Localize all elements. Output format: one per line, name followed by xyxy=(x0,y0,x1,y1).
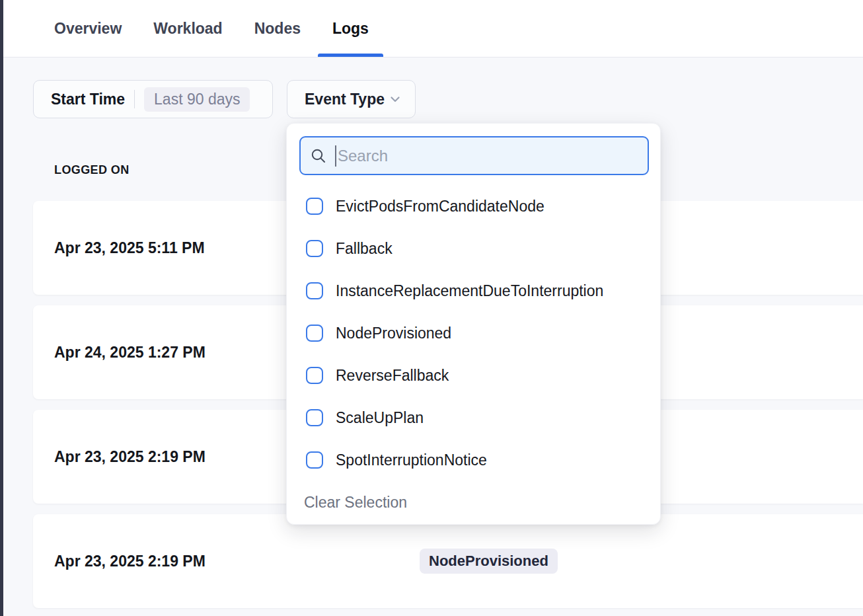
tab-bar: Overview Workload Nodes Logs xyxy=(3,0,863,58)
checkbox-unchecked[interactable] xyxy=(306,198,323,215)
tab-workload[interactable]: Workload xyxy=(153,0,222,57)
clear-selection-link[interactable]: Clear Selection xyxy=(304,494,407,512)
logged-on-value: Apr 23, 2025 5:11 PM xyxy=(54,239,205,257)
chevron-down-icon xyxy=(389,93,402,106)
start-time-label: Start Time xyxy=(51,91,125,108)
checkbox-unchecked[interactable] xyxy=(306,409,323,426)
text-caret xyxy=(335,145,336,167)
option-label: SpotInterruptionNotice xyxy=(336,451,487,469)
option-label: ReverseFallback xyxy=(336,367,449,385)
search-input[interactable] xyxy=(338,147,638,165)
divider xyxy=(134,90,135,108)
sidebar-edge-strip xyxy=(0,0,3,616)
event-type-label: Event Type xyxy=(305,91,385,108)
option-label: Fallback xyxy=(336,240,393,258)
tab-nodes[interactable]: Nodes xyxy=(254,0,301,57)
start-time-value-pill: Last 90 days xyxy=(144,87,250,112)
start-time-filter-button[interactable]: Start Time Last 90 days xyxy=(33,80,273,118)
option-reversefallback[interactable]: ReverseFallback xyxy=(287,354,660,397)
option-spotinterruptionnotice[interactable]: SpotInterruptionNotice xyxy=(287,439,660,481)
option-label: NodeProvisioned xyxy=(336,325,451,342)
checkbox-unchecked[interactable] xyxy=(306,325,323,342)
dropdown-search-box[interactable] xyxy=(299,136,649,175)
checkbox-unchecked[interactable] xyxy=(306,367,323,384)
event-type-badge: NodeProvisioned xyxy=(420,549,558,574)
logged-on-value: Apr 23, 2025 2:19 PM xyxy=(54,448,206,466)
tab-logs[interactable]: Logs xyxy=(332,0,369,57)
logged-on-value: Apr 23, 2025 2:19 PM xyxy=(54,553,206,570)
tabs-nav: Overview Workload Nodes Logs xyxy=(54,0,369,57)
option-evictpodsfromcandidatenode[interactable]: EvictPodsFromCandidateNode xyxy=(287,185,660,227)
logged-on-value: Apr 24, 2025 1:27 PM xyxy=(54,344,206,362)
checkbox-unchecked[interactable] xyxy=(306,240,323,257)
checkbox-unchecked[interactable] xyxy=(306,282,323,299)
event-type-dropdown: EvictPodsFromCandidateNode Fallback Inst… xyxy=(286,123,661,525)
option-instancereplacementduetointerruption[interactable]: InstanceReplacementDueToInterruption xyxy=(287,270,660,312)
event-type-filter-button[interactable]: Event Type xyxy=(287,80,416,118)
option-fallback[interactable]: Fallback xyxy=(287,227,660,270)
tab-overview[interactable]: Overview xyxy=(54,0,122,57)
column-header-logged-on: LOGGED ON xyxy=(54,163,130,177)
option-nodeprovisioned[interactable]: NodeProvisioned xyxy=(287,312,660,354)
checkbox-unchecked[interactable] xyxy=(306,451,323,469)
option-label: InstanceReplacementDueToInterruption xyxy=(336,282,603,300)
option-label: ScaleUpPlan xyxy=(336,409,424,427)
option-scaleupplan[interactable]: ScaleUpPlan xyxy=(287,397,660,439)
table-row[interactable]: Apr 23, 2025 2:19 PM NodeProvisioned xyxy=(33,514,863,608)
search-icon xyxy=(310,147,327,165)
event-type-options: EvictPodsFromCandidateNode Fallback Inst… xyxy=(287,185,660,481)
option-label: EvictPodsFromCandidateNode xyxy=(336,198,544,215)
